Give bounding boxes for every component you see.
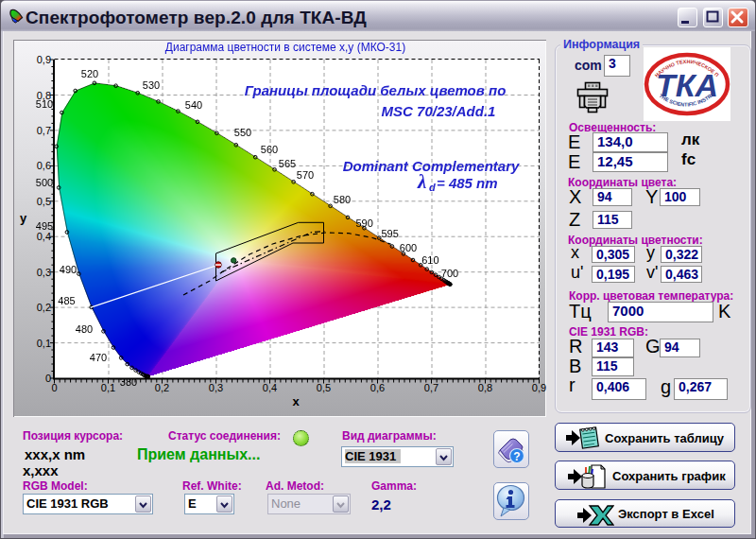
svg-text:470: 470 [90,352,107,363]
svg-text:595: 595 [381,228,398,239]
svg-text:600: 600 [400,242,417,253]
svg-text:700: 700 [441,268,458,279]
svg-text:?: ? [513,450,520,463]
svg-text:570: 570 [297,169,314,181]
svg-text:490: 490 [60,264,77,275]
svg-text:480: 480 [76,323,93,335]
svg-text:485: 485 [58,295,75,306]
svg-text:= 485 nm: = 485 nm [437,175,498,191]
svg-text:540: 540 [185,99,202,111]
svg-text:560: 560 [261,144,278,155]
svg-text:550: 550 [234,127,251,138]
svg-text:500: 500 [36,177,53,188]
svg-text:d: d [429,182,436,193]
svg-text:520: 520 [81,68,98,79]
svg-text:530: 530 [143,79,160,91]
svg-text:495: 495 [36,220,53,232]
svg-text:λ: λ [417,170,426,193]
svg-text:580: 580 [334,194,351,205]
svg-text:380: 380 [120,376,137,388]
svg-text:565: 565 [279,158,296,169]
svg-text:MSC 70/23/Add.1: MSC 70/23/Add.1 [382,103,496,119]
svg-text:510: 510 [36,98,53,110]
svg-text:Границы площади белых цветов п: Границы площади белых цветов по [245,82,507,98]
svg-text:Dominant Complementary: Dominant Complementary [343,158,520,174]
svg-text:590: 590 [355,217,372,229]
svg-text:Диаграмма цветности в системе: Диаграмма цветности в системе x,y (МКО-3… [165,41,405,54]
svg-text:610: 610 [421,254,438,266]
